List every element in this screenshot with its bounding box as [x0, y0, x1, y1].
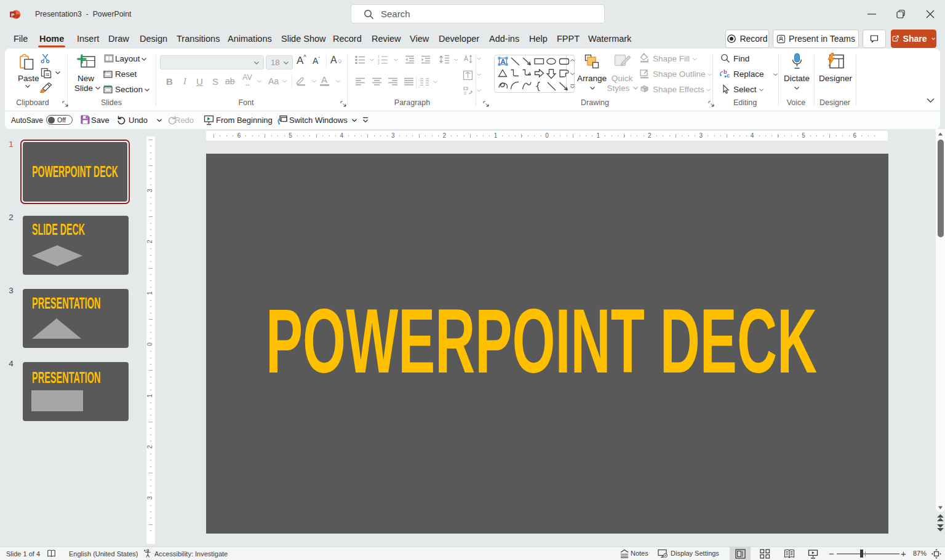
svg-text:3: 3: [378, 61, 380, 65]
svg-text:A: A: [501, 58, 506, 65]
svg-text:P: P: [11, 12, 14, 18]
svg-text:c: c: [727, 73, 730, 79]
